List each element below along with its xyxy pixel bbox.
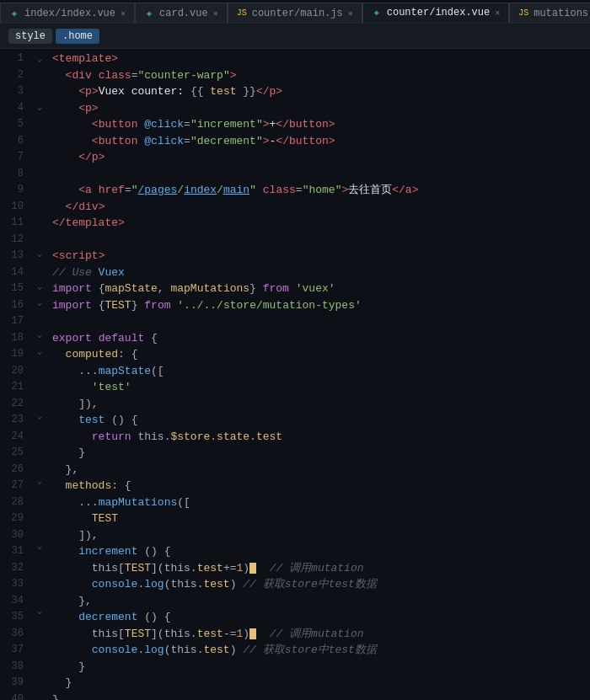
line-num-22: 22 [7,396,24,413]
tab-label: index/index.vue [24,8,115,19]
code-line-34: }, [52,593,590,610]
code-line-11: </template> [52,215,590,232]
code-line-9: <a href="/pages/index/main" class="home"… [52,182,590,199]
tab-mutations-js[interactable]: JS mutations.js ✕ [509,3,590,23]
tab-bar: ◈ index/index.vue ✕ ◈ card.vue ✕ JS coun… [0,0,590,24]
gutter-14 [30,262,49,278]
breadcrumb-home[interactable]: .home [56,29,99,44]
gutter-22 [30,392,49,408]
code-line-39: } [52,675,590,692]
gutter-21 [30,376,49,392]
line-num-26: 26 [7,462,24,478]
line-num-40: 40 [7,692,24,701]
code-line-18: export default { [52,330,590,347]
code-area[interactable]: <template> <div class="counter-warp"> <p… [49,49,590,700]
js-icon: JS [237,8,247,19]
code-line-26: }, [52,462,590,478]
code-line-4: <p> [52,100,590,117]
line-num-38: 38 [7,659,24,676]
line-num-39: 39 [7,675,24,692]
code-line-13: <script> [52,248,590,265]
close-icon[interactable]: ✕ [495,8,500,18]
line-num-20: 20 [7,363,24,380]
line-num-17: 17 [7,313,24,330]
fold-1[interactable]: ⌄ [30,51,49,67]
gutter-7 [30,148,49,164]
code-line-38: } [52,659,590,676]
line-num-27: 27 [7,478,24,494]
editor-content: 1 2 3 4 5 6 7 8 9 10 11 12 13 14 15 16 1… [0,49,590,700]
code-line-20: ...mapState([ [52,363,590,380]
fold-35[interactable]: ⌄ [30,603,49,619]
gutter-37 [30,635,49,651]
breadcrumb-style[interactable]: style [8,29,52,44]
gutter-24 [30,424,49,440]
code-line-30: ]), [52,527,590,544]
gutter-39 [30,668,49,684]
close-icon[interactable]: ✕ [121,8,126,19]
fold-31[interactable]: ⌄ [30,537,49,553]
fold-19[interactable]: ⌄ [30,343,49,359]
tab-card-vue[interactable]: ◈ card.vue ✕ [135,3,228,23]
fold-27[interactable]: ⌄ [30,473,49,489]
code-line-31: increment () { [52,543,590,560]
code-line-35: decrement () { [52,609,590,626]
line-num-2: 2 [7,67,24,84]
code-line-1: <template> [52,51,590,67]
tab-label: card.vue [159,8,208,19]
gutter-32 [30,554,49,570]
code-line-37: console.log(this.test) // 获取store中test数据 [52,642,590,659]
code-line-40: } [52,692,590,701]
close-icon[interactable]: ✕ [213,8,218,19]
gutter-2 [30,67,49,83]
code-line-33: console.log(this.test) // 获取store中test数据 [52,576,590,593]
gutter-12 [30,229,49,245]
tab-counter-index-vue[interactable]: ◈ counter/index.vue ✕ [362,3,509,23]
close-icon[interactable]: ✕ [348,8,353,19]
code-line-27: methods: { [52,478,590,494]
fold-16[interactable]: ⌄ [30,294,49,310]
line-num-34: 34 [7,593,24,610]
gutter-26 [30,457,49,473]
line-num-8: 8 [7,166,24,183]
editor: 1 2 3 4 5 6 7 8 9 10 11 12 13 14 15 16 1… [0,49,590,700]
code-line-14: // Use Vuex [52,265,590,281]
line-num-5: 5 [7,116,24,133]
line-num-35: 35 [7,609,24,626]
fold-23[interactable]: ⌄ [30,408,49,424]
line-num-30: 30 [7,527,24,544]
code-line-23: test () { [52,412,590,429]
gutter-34 [30,586,49,602]
code-line-32: this[TEST](this.test+=1) // 调用mutation [52,560,590,577]
code-line-36: this[TEST](this.test-=1) // 调用mutation [52,626,590,643]
gutter-6 [30,131,49,147]
line-numbers: 1 2 3 4 5 6 7 8 9 10 11 12 13 14 15 16 1… [0,49,30,700]
gutter-28 [30,489,49,505]
gutter-11 [30,213,49,229]
code-line-25: } [52,445,590,462]
code-line-6: <button @click="decrement">-</button> [52,133,590,150]
line-num-12: 12 [7,232,24,248]
line-num-4: 4 [7,100,24,117]
gutter-3 [30,83,49,99]
fold-15[interactable]: ⌄ [30,278,49,294]
fold-13[interactable]: ⌄ [30,245,49,261]
code-line-28: ...mapMutations([ [52,494,590,511]
gutter-40 [30,684,49,700]
code-line-22: ]), [52,396,590,413]
fold-4[interactable]: ⌄ [30,99,49,115]
code-line-17 [52,313,590,330]
line-num-32: 32 [7,560,24,577]
fold-18[interactable]: ⌄ [30,327,49,343]
breadcrumb-bar: style .home [0,24,590,49]
line-num-33: 33 [7,576,24,593]
tab-index-vue[interactable]: ◈ index/index.vue ✕ [0,3,135,23]
gutter-25 [30,441,49,457]
code-line-16: import {TEST} from '../../store/mutation… [52,297,590,314]
code-line-29: TEST [52,510,590,527]
line-num-13: 13 [7,248,24,265]
gutter-8 [30,164,49,180]
tab-counter-main-js[interactable]: JS counter/main.js ✕ [228,3,362,23]
gutter-10 [30,197,49,213]
code-line-24: return this.$store.state.test [52,429,590,446]
